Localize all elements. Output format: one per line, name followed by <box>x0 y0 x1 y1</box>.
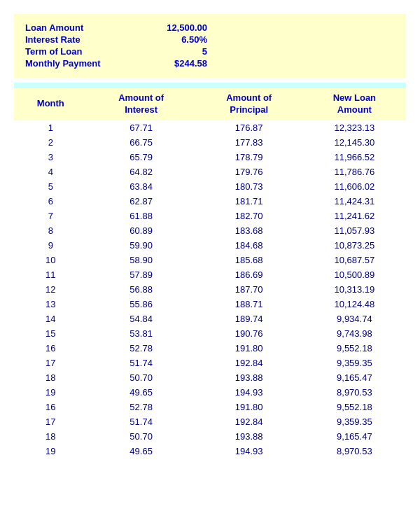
cell-interest: 53.81 <box>88 326 195 341</box>
cell-balance: 8,970.53 <box>303 385 406 400</box>
cell-principal: 186.69 <box>195 267 303 282</box>
table-row: 12 56.88 187.70 10,313.19 <box>14 282 406 297</box>
cell-balance: 12,145.30 <box>303 135 406 150</box>
cell-balance: 10,873.25 <box>303 238 406 253</box>
cell-balance: 11,057.93 <box>303 223 406 238</box>
main-container: Loan Amount 12,500.00 Interest Rate 6.50… <box>14 14 406 458</box>
monthly-payment-row: Monthly Payment $244.58 <box>25 58 395 69</box>
table-row: 17 51.74 192.84 9,359.35 <box>14 414 406 429</box>
cell-balance: 11,241.62 <box>303 209 406 223</box>
table-row: 14 54.84 189.74 9,934.74 <box>14 312 406 326</box>
cell-principal: 187.70 <box>195 282 303 297</box>
cell-month: 10 <box>14 253 88 267</box>
cell-month: 17 <box>14 356 88 370</box>
cell-month: 9 <box>14 238 88 253</box>
table-row: 9 59.90 184.68 10,873.25 <box>14 238 406 253</box>
cell-month: 5 <box>14 179 88 194</box>
cell-month: 3 <box>14 150 88 164</box>
cell-balance: 10,124.48 <box>303 297 406 312</box>
table-row: 2 66.75 177.83 12,145.30 <box>14 135 406 150</box>
table-header-row: Month Amount ofInterest Amount ofPrincip… <box>14 88 406 120</box>
cell-interest: 49.65 <box>88 444 195 458</box>
cell-principal: 189.74 <box>195 312 303 326</box>
cell-balance: 11,606.02 <box>303 179 406 194</box>
cell-interest: 67.71 <box>88 120 195 135</box>
cell-interest: 52.78 <box>88 400 195 414</box>
cell-balance: 8,970.53 <box>303 444 406 458</box>
cell-month: 16 <box>14 341 88 356</box>
cell-interest: 60.89 <box>88 223 195 238</box>
cell-month: 7 <box>14 209 88 223</box>
term-value: 5 <box>137 46 207 57</box>
cell-balance: 11,424.31 <box>303 194 406 209</box>
cell-month: 19 <box>14 385 88 400</box>
cell-principal: 191.80 <box>195 400 303 414</box>
cell-balance: 9,552.18 <box>303 400 406 414</box>
cell-balance: 10,500.89 <box>303 267 406 282</box>
cell-principal: 193.88 <box>195 429 303 444</box>
cell-interest: 55.86 <box>88 297 195 312</box>
table-row: 5 63.84 180.73 11,606.02 <box>14 179 406 194</box>
header-amount-of-principal: Amount ofPrincipal <box>195 88 303 120</box>
cell-balance: 9,934.74 <box>303 312 406 326</box>
loan-amount-label: Loan Amount <box>25 22 137 33</box>
cell-interest: 51.74 <box>88 414 195 429</box>
cell-balance: 9,359.35 <box>303 414 406 429</box>
table-row: 4 64.82 179.76 11,786.76 <box>14 164 406 179</box>
cell-principal: 182.70 <box>195 209 303 223</box>
cell-month: 15 <box>14 326 88 341</box>
cell-balance: 9,743.98 <box>303 326 406 341</box>
table-row: 6 62.87 181.71 11,424.31 <box>14 194 406 209</box>
cell-month: 8 <box>14 223 88 238</box>
header-new-loan-amount: New LoanAmount <box>303 88 406 120</box>
term-row: Term of Loan 5 <box>25 46 395 57</box>
cell-balance: 11,966.52 <box>303 150 406 164</box>
cell-principal: 194.93 <box>195 385 303 400</box>
cell-month: 6 <box>14 194 88 209</box>
interest-rate-value: 6.50% <box>137 34 207 45</box>
cell-interest: 61.88 <box>88 209 195 223</box>
cell-interest: 66.75 <box>88 135 195 150</box>
cell-interest: 50.70 <box>88 429 195 444</box>
table-row: 19 49.65 194.93 8,970.53 <box>14 385 406 400</box>
cell-month: 14 <box>14 312 88 326</box>
cell-interest: 62.87 <box>88 194 195 209</box>
cell-month: 11 <box>14 267 88 282</box>
cell-month: 13 <box>14 297 88 312</box>
cell-balance: 10,313.19 <box>303 282 406 297</box>
table-row: 16 52.78 191.80 9,552.18 <box>14 341 406 356</box>
cell-principal: 179.76 <box>195 164 303 179</box>
cell-balance: 9,552.18 <box>303 341 406 356</box>
amortization-table: Month Amount ofInterest Amount ofPrincip… <box>14 88 406 458</box>
monthly-payment-label: Monthly Payment <box>25 58 137 69</box>
cell-month: 4 <box>14 164 88 179</box>
cell-balance: 10,687.57 <box>303 253 406 267</box>
cell-balance: 9,359.35 <box>303 356 406 370</box>
cell-interest: 57.89 <box>88 267 195 282</box>
cell-month: 12 <box>14 282 88 297</box>
cell-principal: 180.73 <box>195 179 303 194</box>
loan-amount-row: Loan Amount 12,500.00 <box>25 22 395 33</box>
cell-interest: 56.88 <box>88 282 195 297</box>
cell-interest: 65.79 <box>88 150 195 164</box>
interest-rate-label: Interest Rate <box>25 34 137 45</box>
cell-principal: 181.71 <box>195 194 303 209</box>
cell-principal: 183.68 <box>195 223 303 238</box>
header-amount-of-interest: Amount ofInterest <box>88 88 195 120</box>
cell-month: 17 <box>14 414 88 429</box>
cell-interest: 50.70 <box>88 370 195 385</box>
cell-principal: 176.87 <box>195 120 303 135</box>
cyan-divider <box>14 83 406 88</box>
cell-interest: 59.90 <box>88 238 195 253</box>
cell-balance: 9,165.47 <box>303 370 406 385</box>
loan-amount-value: 12,500.00 <box>137 22 207 33</box>
cell-month: 1 <box>14 120 88 135</box>
table-row: 16 52.78 191.80 9,552.18 <box>14 400 406 414</box>
cell-principal: 192.84 <box>195 356 303 370</box>
cell-principal: 194.93 <box>195 444 303 458</box>
cell-balance: 9,165.47 <box>303 429 406 444</box>
table-row: 18 50.70 193.88 9,165.47 <box>14 370 406 385</box>
cell-principal: 184.68 <box>195 238 303 253</box>
monthly-payment-value: $244.58 <box>137 58 207 69</box>
cell-balance: 11,786.76 <box>303 164 406 179</box>
